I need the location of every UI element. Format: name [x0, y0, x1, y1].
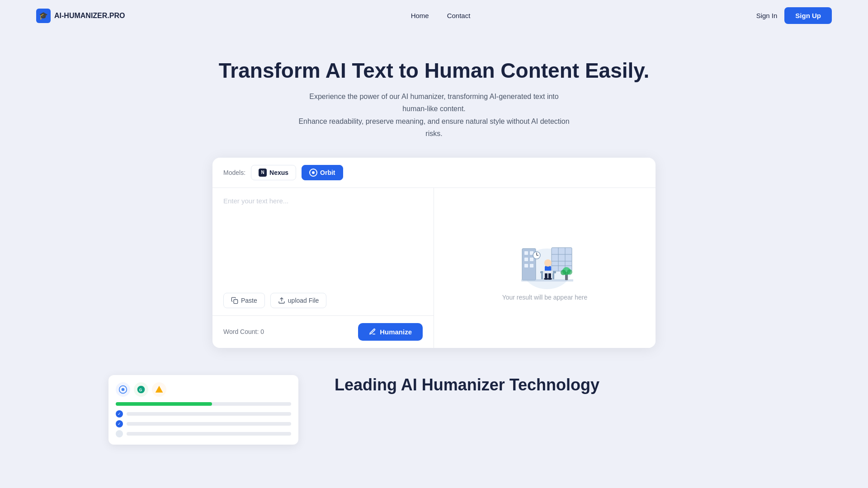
- editor-bottom-bar: Word Count: 0 Humanize: [212, 315, 434, 348]
- editor-panels: Paste upload File Word Count: 0 Humanize: [212, 188, 656, 348]
- svg-point-35: [122, 388, 125, 391]
- logo-icon: 🎓: [36, 9, 51, 23]
- check-item-3: [116, 430, 291, 437]
- input-panel: Paste upload File Word Count: 0 Humanize: [212, 188, 434, 348]
- svg-rect-21: [541, 273, 543, 279]
- svg-rect-7: [530, 258, 533, 261]
- main-card: Models: N Nexus Orbit Paste upload F: [212, 158, 656, 348]
- humanize-icon: [369, 328, 376, 335]
- bottom-heading: Leading AI Humanizer Technology: [335, 375, 760, 394]
- svg-rect-6: [524, 258, 528, 261]
- svg-rect-13: [552, 248, 572, 271]
- svg-rect-29: [543, 271, 553, 273]
- squiggle-2: [127, 422, 291, 426]
- paste-upload-row: Paste upload File: [212, 289, 434, 315]
- check-item-1: ✓: [116, 410, 291, 418]
- result-panel: Your result will be appear here: [434, 188, 656, 348]
- word-count-value: 0: [260, 328, 264, 335]
- humanize-label: Humanize: [380, 328, 412, 336]
- gemini-icon: [118, 385, 127, 394]
- gemini-2-icon: [155, 385, 164, 394]
- models-bar: Models: N Nexus Orbit: [212, 158, 656, 188]
- text-input-area: [212, 188, 434, 289]
- nav-contact[interactable]: Contact: [447, 12, 471, 19]
- nav-home[interactable]: Home: [411, 12, 429, 19]
- svg-rect-22: [552, 273, 554, 279]
- svg-point-24: [544, 259, 552, 267]
- gemini-logo-2: [152, 382, 166, 397]
- squiggle-3: [127, 432, 291, 436]
- nexus-icon: N: [259, 169, 267, 177]
- models-label: Models:: [223, 169, 245, 176]
- svg-text:G: G: [139, 388, 142, 392]
- svg-rect-4: [524, 251, 528, 255]
- nav-links: Home Contact: [411, 12, 471, 19]
- svg-point-28: [547, 278, 552, 280]
- gemini-logo: [116, 382, 130, 397]
- result-placeholder: Your result will be appear here: [502, 294, 588, 301]
- svg-point-33: [567, 269, 572, 275]
- check-icon-1: ✓: [116, 410, 123, 418]
- paste-icon: [231, 297, 238, 304]
- nexus-label: Nexus: [269, 169, 288, 176]
- svg-marker-38: [156, 386, 163, 393]
- logo: 🎓 AI-HUMANIZER.PRO: [36, 9, 125, 23]
- chatgpt-icon: G: [137, 385, 146, 394]
- word-count-label: Word Count:: [223, 328, 259, 335]
- orbit-label: Orbit: [320, 169, 335, 176]
- paste-label: Paste: [241, 297, 257, 304]
- nexus-model-button[interactable]: N Nexus: [251, 165, 296, 180]
- hero-subtitle: Experience the power of our AI humanizer…: [298, 90, 570, 140]
- hero-section: Transform AI Text to Human Content Easil…: [0, 31, 868, 158]
- feature-card: G ✓ ✓: [108, 375, 298, 445]
- squiggle-1: [127, 412, 291, 416]
- check-icon-2: ✓: [116, 420, 123, 427]
- upload-label: upload File: [288, 297, 319, 304]
- orbit-model-button[interactable]: Orbit: [302, 165, 343, 180]
- bottom-right-text: Leading AI Humanizer Technology: [335, 375, 760, 394]
- word-count: Word Count: 0: [223, 328, 264, 335]
- hero-title: Transform AI Text to Human Content Easil…: [9, 58, 859, 83]
- humanize-button[interactable]: Humanize: [358, 323, 423, 341]
- feature-preview: G ✓ ✓: [108, 375, 298, 445]
- upload-icon: [278, 297, 285, 304]
- logo-text: AI-HUMANIZER.PRO: [54, 12, 125, 20]
- sign-up-button[interactable]: Sign Up: [784, 7, 832, 24]
- check-items: ✓ ✓: [116, 410, 291, 437]
- waiting-illustration: [509, 235, 581, 294]
- progress-bar-wrapper: [116, 402, 291, 406]
- progress-bar-fill: [116, 402, 212, 406]
- text-input[interactable]: [223, 197, 423, 278]
- svg-point-32: [561, 270, 566, 275]
- orbit-icon: [309, 169, 317, 177]
- svg-rect-8: [524, 264, 528, 267]
- bottom-section: G ✓ ✓: [0, 348, 868, 445]
- nav-actions: Sign In Sign Up: [756, 7, 832, 24]
- sign-in-button[interactable]: Sign In: [756, 12, 778, 19]
- svg-rect-9: [530, 264, 533, 267]
- svg-rect-0: [234, 300, 238, 304]
- ai-logos-row: G: [116, 382, 291, 397]
- paste-button[interactable]: Paste: [223, 293, 265, 308]
- check-icon-3: [116, 430, 123, 437]
- chatgpt-logo: G: [134, 382, 148, 397]
- upload-button[interactable]: upload File: [270, 293, 327, 308]
- check-item-2: ✓: [116, 420, 291, 427]
